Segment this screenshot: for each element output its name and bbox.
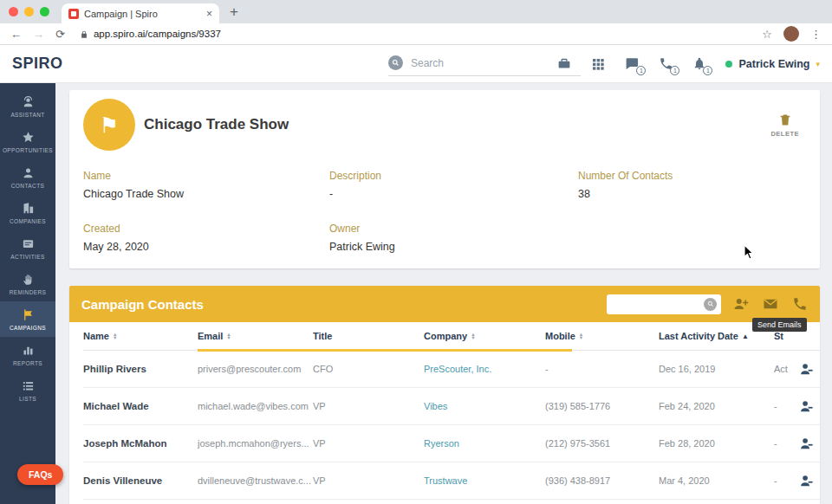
- column-header-title[interactable]: Title: [313, 331, 424, 341]
- sort-icon: ▲▼: [579, 333, 583, 340]
- search-input[interactable]: [411, 57, 581, 69]
- contact-company-link[interactable]: Trustwave: [424, 475, 545, 486]
- global-search: [388, 55, 581, 76]
- table-row: Michael Wade michael.wade@vibes.com VP V…: [83, 388, 820, 425]
- sidebar: ASSISTANT OPPORTUNITIES CONTACTS COMPANI…: [0, 83, 55, 504]
- contact-last-activity: Feb 28, 2020: [659, 438, 774, 449]
- app-header: SPIRO 1 1 1 Patrick Ewing ▾: [0, 45, 832, 83]
- sidebar-item-opportunities[interactable]: OPPORTUNITIES: [0, 124, 55, 159]
- contact-email: michael.wade@vibes.com: [198, 401, 313, 411]
- phone-badge: 1: [670, 66, 679, 75]
- apps-grid-icon[interactable]: [591, 57, 605, 71]
- contacts-table: Name ▲▼ Email ▲▼ Title Company ▲▼ Mobile…: [69, 322, 820, 500]
- contact-title: VP: [313, 475, 424, 486]
- remove-contact-icon[interactable]: [798, 436, 820, 451]
- contact-email: dvilleneuve@trustwave.c...: [198, 475, 313, 486]
- contact-title: VP: [313, 438, 424, 449]
- contact-name[interactable]: Joseph McMahon: [83, 438, 198, 449]
- activity-card-icon: [22, 237, 35, 250]
- remove-contact-icon[interactable]: [798, 362, 820, 377]
- contact-mobile: (212) 975-3561: [545, 438, 659, 449]
- sidebar-item-activities[interactable]: ACTIVITIES: [0, 230, 55, 266]
- sidebar-item-reports[interactable]: REPORTS: [0, 337, 55, 372]
- online-status-dot: [725, 61, 732, 68]
- table-row: Phillip Rivers privers@prescouter.com CF…: [83, 351, 820, 388]
- contact-name[interactable]: Denis Villeneuve: [83, 475, 198, 486]
- address-bar[interactable]: app.spiro.ai/campaigns/9337: [80, 29, 751, 39]
- window-controls: [9, 7, 49, 16]
- field-created: Created May 28, 2020: [83, 223, 329, 253]
- table-header-row: Name ▲▼ Email ▲▼ Title Company ▲▼ Mobile…: [83, 322, 820, 351]
- column-header-company[interactable]: Company ▲▼: [424, 331, 545, 341]
- minimize-window-button[interactable]: [24, 7, 34, 16]
- main-content: ⚑ Chicago Trade Show DELETE Name Chicago…: [55, 83, 832, 504]
- faqs-button[interactable]: FAQs: [17, 464, 63, 485]
- search-icon: [388, 55, 403, 70]
- sidebar-item-reminders[interactable]: REMINDERS: [0, 266, 55, 301]
- campaign-title: Chicago Trade Show: [144, 116, 289, 133]
- forward-icon[interactable]: →: [33, 29, 44, 40]
- column-header-email[interactable]: Email ▲▼: [198, 331, 313, 341]
- contact-name[interactable]: Michael Wade: [83, 401, 198, 411]
- table-row: Joseph McMahon joseph.mcmahon@ryers... V…: [83, 425, 820, 462]
- send-emails-icon[interactable]: [763, 296, 778, 312]
- spiro-logo: SPIRO: [12, 55, 63, 73]
- column-header-name[interactable]: Name ▲▼: [83, 331, 198, 341]
- sidebar-item-lists[interactable]: LISTS: [0, 372, 55, 408]
- browser-tabstrip: Campaign | Spiro × +: [0, 0, 832, 23]
- close-window-button[interactable]: [9, 7, 18, 16]
- back-icon[interactable]: ←: [10, 29, 22, 40]
- add-contact-icon[interactable]: [733, 296, 749, 312]
- contacts-search-icon[interactable]: [704, 298, 717, 311]
- chevron-down-icon: ▾: [816, 60, 820, 68]
- user-menu[interactable]: Patrick Ewing ▾: [725, 58, 820, 70]
- contacts-search-box: [607, 294, 721, 314]
- browser-profile-avatar[interactable]: [783, 26, 799, 42]
- sidebar-item-campaigns[interactable]: CAMPAIGNS: [0, 301, 55, 337]
- sidebar-item-contacts[interactable]: CONTACTS: [0, 159, 55, 195]
- campaign-contacts-card: Campaign Contacts: [69, 286, 820, 504]
- person-icon: [22, 166, 35, 179]
- remove-contact-icon[interactable]: [798, 474, 820, 488]
- chat-icon[interactable]: 1: [624, 56, 640, 71]
- campaign-fields: Name Chicago Trade Show Description - Nu…: [83, 170, 806, 253]
- new-tab-button[interactable]: +: [230, 3, 238, 21]
- reload-icon[interactable]: ⟳: [55, 29, 65, 40]
- column-header-status[interactable]: St: [774, 331, 798, 341]
- contact-mobile: (936) 438-8917: [545, 475, 659, 486]
- browser-menu-icon[interactable]: ⋮: [810, 29, 822, 40]
- field-name: Name Chicago Trade Show: [83, 170, 329, 200]
- delete-campaign-button[interactable]: DELETE: [770, 113, 799, 138]
- maximize-window-button[interactable]: [40, 7, 49, 16]
- bell-icon[interactable]: 1: [692, 56, 706, 71]
- briefcase-icon[interactable]: [556, 56, 572, 71]
- contact-name[interactable]: Phillip Rivers: [83, 364, 198, 374]
- column-header-mobile[interactable]: Mobile ▲▼: [545, 331, 659, 341]
- campaign-flag-icon: [22, 308, 35, 321]
- lock-icon: [80, 29, 88, 39]
- contact-status: -: [774, 401, 798, 411]
- browser-tab[interactable]: Campaign | Spiro ×: [62, 3, 219, 23]
- contact-company-link[interactable]: Ryerson: [424, 438, 545, 449]
- column-header-last-activity-date[interactable]: Last Activity Date ▲: [659, 331, 774, 341]
- phone-icon[interactable]: 1: [659, 56, 673, 71]
- bookmark-star-icon[interactable]: ☆: [762, 29, 772, 40]
- contact-status: -: [774, 475, 798, 486]
- contact-status: Act: [774, 364, 798, 374]
- contact-company-link[interactable]: Vibes: [424, 401, 545, 411]
- contact-status: -: [774, 438, 798, 449]
- sidebar-item-companies[interactable]: COMPANIES: [0, 195, 55, 230]
- call-contacts-icon[interactable]: [792, 296, 808, 312]
- list-icon: [22, 379, 35, 392]
- reminder-hand-icon: [22, 273, 35, 286]
- contacts-search-input[interactable]: [614, 299, 704, 309]
- bar-chart-icon: [22, 344, 35, 357]
- sidebar-item-assistant[interactable]: ASSISTANT: [0, 88, 55, 124]
- sort-icon: ▲▼: [226, 333, 231, 340]
- remove-contact-icon[interactable]: [798, 399, 820, 414]
- assistant-icon: [22, 95, 35, 108]
- tab-close-icon[interactable]: ×: [206, 8, 212, 20]
- user-name: Patrick Ewing: [738, 58, 809, 70]
- contact-company-link[interactable]: PreScouter, Inc.: [424, 364, 545, 374]
- contact-last-activity: Dec 16, 2019: [659, 364, 774, 374]
